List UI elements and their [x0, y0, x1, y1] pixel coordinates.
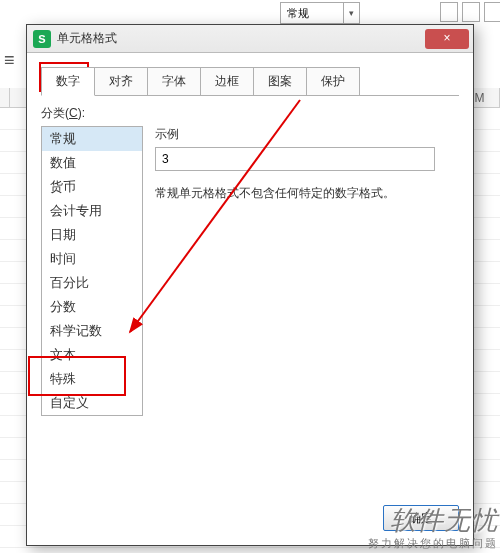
tab-body: 分类(C): 常规 数值 货币 会计专用 日期 时间 百分比 分数 科学记数 文… [27, 97, 473, 424]
cat-label-pre: 分类( [41, 106, 69, 120]
cat-hotkey: C [69, 106, 78, 120]
tab-protection[interactable]: 保护 [306, 67, 360, 96]
close-icon: × [443, 31, 450, 45]
combo-value: 常规 [287, 7, 309, 19]
category-currency[interactable]: 货币 [42, 175, 142, 199]
cell-format-dialog: S 单元格格式 × 数字 对齐 字体 边框 图案 保护 分类(C): 常规 数值… [26, 24, 474, 546]
category-text[interactable]: 文本 [42, 343, 142, 367]
category-general[interactable]: 常规 [42, 127, 142, 151]
close-button[interactable]: × [425, 29, 469, 49]
category-list[interactable]: 常规 数值 货币 会计专用 日期 时间 百分比 分数 科学记数 文本 特殊 自定… [41, 126, 143, 416]
dialog-tabs: 数字 对齐 字体 边框 图案 保护 [41, 67, 473, 96]
category-special[interactable]: 特殊 [42, 367, 142, 391]
category-custom[interactable]: 自定义 [42, 391, 142, 415]
category-percentage[interactable]: 百分比 [42, 271, 142, 295]
toolbar-btn-b[interactable] [462, 2, 480, 22]
tab-border[interactable]: 边框 [200, 67, 254, 96]
category-fraction[interactable]: 分数 [42, 295, 142, 319]
category-number[interactable]: 数值 [42, 151, 142, 175]
category-time[interactable]: 时间 [42, 247, 142, 271]
cat-label-post: ): [78, 106, 85, 120]
general-description: 常规单元格格式不包含任何特定的数字格式。 [155, 185, 459, 202]
number-format-combo[interactable]: 常规 ▾ [280, 2, 360, 24]
toolbar-btn-a[interactable] [440, 2, 458, 22]
chevron-down-icon: ▾ [343, 3, 359, 23]
category-label: 分类(C): [41, 105, 459, 122]
dialog-title: 单元格格式 [57, 30, 117, 47]
tab-pattern[interactable]: 图案 [253, 67, 307, 96]
dialog-footer: 确定 [383, 505, 459, 531]
app-icon: S [33, 30, 51, 48]
example-label: 示例 [155, 126, 459, 143]
tab-font[interactable]: 字体 [147, 67, 201, 96]
menu-icon: ≡ [4, 50, 15, 71]
example-value: 3 [155, 147, 435, 171]
ok-button[interactable]: 确定 [383, 505, 459, 531]
tab-alignment[interactable]: 对齐 [94, 67, 148, 96]
dialog-titlebar: S 单元格格式 × [27, 25, 473, 53]
category-accounting[interactable]: 会计专用 [42, 199, 142, 223]
toolbar-btn-c[interactable] [484, 2, 500, 22]
category-scientific[interactable]: 科学记数 [42, 319, 142, 343]
category-detail: 示例 3 常规单元格格式不包含任何特定的数字格式。 [155, 126, 459, 416]
category-date[interactable]: 日期 [42, 223, 142, 247]
toolbar-end-buttons [440, 2, 500, 22]
tab-number[interactable]: 数字 [41, 67, 95, 96]
